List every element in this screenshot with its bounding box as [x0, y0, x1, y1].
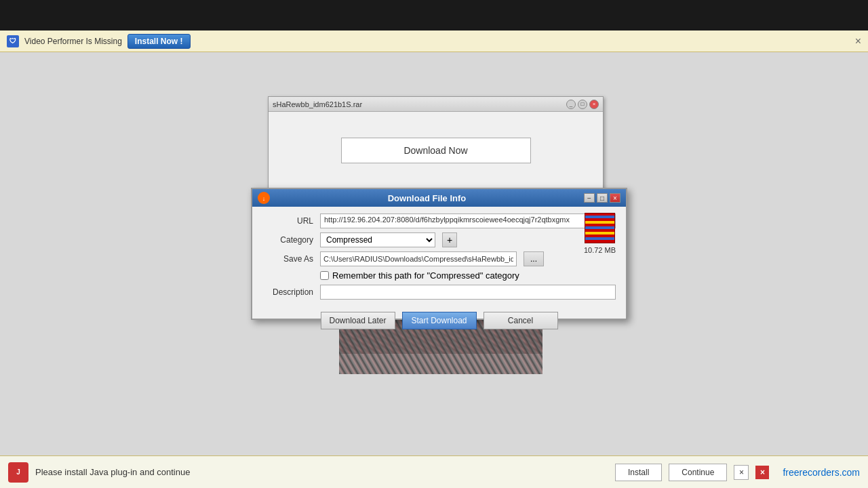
bottom-notification-bar: J Please install Java plug-in and contin…	[0, 455, 868, 488]
category-select[interactable]: Compressed Documents Music Videos Progra…	[320, 232, 435, 247]
bottom-dismiss-button[interactable]: ×	[734, 465, 749, 480]
dialog-minimize-button[interactable]: −	[584, 193, 595, 203]
bg-window-title: sHaRewbb_idm621b1S.rar	[273, 100, 362, 108]
cancel-button[interactable]: Cancel	[484, 312, 558, 329]
remember-path-checkbox[interactable]	[320, 271, 329, 280]
notification-text: Video Performer Is Missing	[24, 37, 122, 46]
bg-minimize-button[interactable]: _	[566, 100, 576, 109]
save-as-input[interactable]	[320, 251, 517, 266]
install-now-button[interactable]: Install Now !	[127, 34, 191, 49]
bottom-close-button[interactable]: ×	[755, 466, 769, 479]
dialog-title: Download File Info	[274, 193, 580, 203]
dialog-body: 10.72 MB URL http://192.96.204.207:8080/…	[252, 207, 626, 306]
download-file-info-dialog: ↓ Download File Info − □ × 10.72 MB URL	[251, 188, 627, 320]
file-icon-area: 10.72 MB	[584, 213, 616, 254]
notification-bar: 🛡 Video Performer Is Missing Install Now…	[0, 30, 868, 52]
notification-close-button[interactable]: ×	[855, 35, 861, 47]
dialog-titlebar: ↓ Download File Info − □ ×	[252, 189, 626, 207]
shield-icon: 🛡	[7, 35, 19, 47]
browse-button[interactable]: ...	[524, 251, 544, 266]
download-later-button[interactable]: Download Later	[321, 312, 395, 329]
category-row: Category Compressed Documents Music Vide…	[262, 232, 616, 247]
bottom-continue-button[interactable]: Continue	[669, 464, 727, 481]
category-label: Category	[262, 235, 313, 245]
remember-path-label: Remember this path for "Compressed" cate…	[332, 270, 519, 281]
download-now-button[interactable]: Download Now	[341, 138, 531, 163]
bottom-install-button[interactable]: Install	[615, 464, 662, 481]
save-as-row: Save As ...	[262, 251, 616, 266]
dialog-titlebar-buttons: − □ ×	[584, 193, 620, 203]
url-row: URL http://192.96.204.207:8080/d/f6hzbyl…	[262, 214, 616, 228]
save-as-label: Save As	[262, 254, 313, 264]
dialog-buttons: Download Later Start Download Cancel	[252, 306, 626, 333]
description-label: Description	[262, 287, 313, 297]
bottom-notification-text: Please install Java plug-in and continue	[35, 467, 608, 477]
java-icon: J	[8, 462, 28, 483]
file-size: 10.72 MB	[584, 246, 616, 254]
add-category-button[interactable]: +	[442, 232, 457, 247]
idm-logo-icon: ↓	[258, 192, 270, 204]
description-row: Description	[262, 285, 616, 300]
bg-maximize-button[interactable]: □	[578, 100, 587, 109]
url-label: URL	[262, 216, 313, 226]
remember-path-row: Remember this path for "Compressed" cate…	[262, 270, 616, 281]
url-field[interactable]: http://192.96.204.207:8080/d/f6hzbylppqi…	[320, 214, 616, 228]
dialog-close-button[interactable]: ×	[610, 193, 620, 203]
top-bar	[0, 0, 868, 30]
svg-text:↓: ↓	[262, 195, 266, 202]
rar-file-icon	[585, 213, 615, 243]
dialog-maximize-button[interactable]: □	[597, 193, 608, 203]
freerecorders-link[interactable]: freerecorders.com	[783, 467, 860, 478]
start-download-button[interactable]: Start Download	[402, 312, 477, 329]
browser-content: sHaRewbb_idm621b1S.rar _ □ × Download No…	[0, 52, 868, 488]
description-input[interactable]	[320, 285, 616, 300]
bg-close-button[interactable]: ×	[589, 100, 599, 109]
background-titlebar: sHaRewbb_idm621b1S.rar _ □ ×	[269, 97, 603, 112]
